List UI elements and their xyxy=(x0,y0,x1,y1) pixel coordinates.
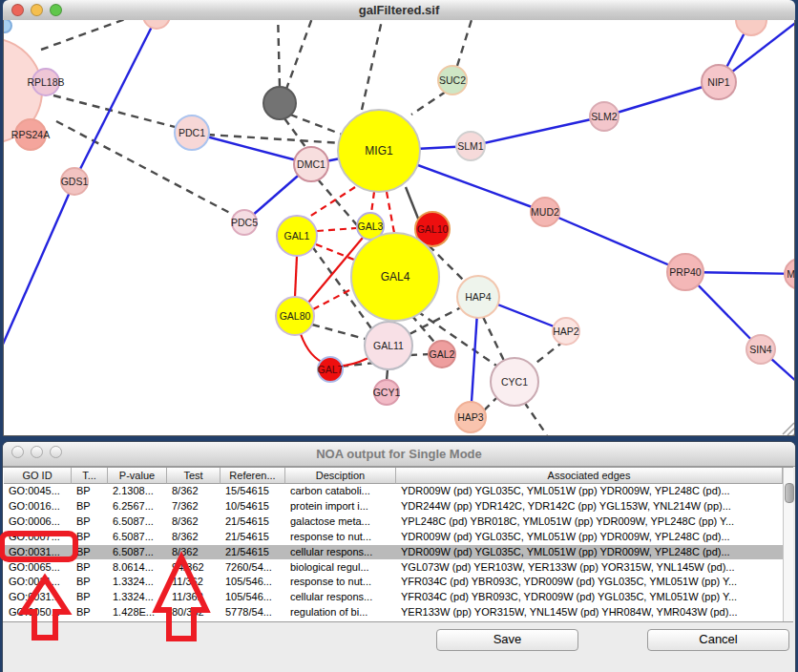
graph-node-hap3[interactable]: HAP3 xyxy=(455,402,486,432)
graph-node-hap2[interactable]: HAP2 xyxy=(553,318,579,345)
table-cell: regulation of bi... xyxy=(285,605,395,620)
graph-node-hap4[interactable]: HAP4 xyxy=(457,276,499,318)
graph-edge xyxy=(471,116,604,146)
graph-node-gal80[interactable]: GAL80 xyxy=(276,297,314,335)
graph-edge xyxy=(284,118,308,151)
table-cell: 10/54615 xyxy=(220,499,284,514)
column-header-t[interactable]: T... xyxy=(72,468,108,484)
graph-node-dmc1[interactable]: DMC1 xyxy=(294,147,328,181)
table-row[interactable]: GO:0045...BP2.1308...8/36215/54615carbon… xyxy=(3,484,783,499)
cancel-button[interactable]: Cancel xyxy=(647,629,789,651)
graph-node-gal11[interactable]: GAL11 xyxy=(365,322,412,369)
table-cell: GO:0031... xyxy=(4,590,71,605)
graph-node-msl1[interactable]: MSL1 xyxy=(785,259,794,289)
graph-node-gcy1[interactable]: GCY1 xyxy=(373,380,401,405)
table-cell: 8/362 xyxy=(167,514,220,530)
table-cell: 80/362 xyxy=(167,605,220,620)
column-header-test[interactable]: Test xyxy=(167,468,220,484)
graph-edge xyxy=(74,20,157,180)
noa-window-titlebar[interactable]: NOA output for Single Mode xyxy=(3,442,795,467)
table-cell: 8/362 xyxy=(167,484,220,499)
column-header-go-id[interactable]: GO ID xyxy=(4,468,72,484)
column-header-p-value[interactable]: P-value xyxy=(108,468,167,484)
graph-node-nip1[interactable]: NIP1 xyxy=(702,65,736,99)
graph-node-prp40[interactable]: PRP40 xyxy=(667,254,704,290)
vertical-scrollbar[interactable] xyxy=(783,468,793,621)
graph-node-gal1[interactable]: GAL1 xyxy=(277,216,317,256)
svg-text:GAL11: GAL11 xyxy=(373,340,404,351)
graph-node[interactable] xyxy=(263,87,296,119)
graph-edge xyxy=(371,192,374,213)
table-row[interactable]: GO:0031...BP1.3324...11/362105/546...cel… xyxy=(3,590,783,605)
table-row[interactable]: GO:0016...BP6.2567...7/36210/54615protei… xyxy=(3,499,783,514)
table-cell: biological regul... xyxy=(285,560,395,576)
graph-edge xyxy=(316,244,354,260)
graph-edge xyxy=(317,228,356,231)
table-cell: GO:0045... xyxy=(4,484,71,499)
table-cell: protein import i... xyxy=(285,499,395,514)
graph-node-mig1[interactable]: MIG1 xyxy=(338,110,420,192)
graph-node-sin4[interactable]: SIN4 xyxy=(746,335,775,364)
table-cell: 105/546... xyxy=(220,575,284,590)
graph-edge xyxy=(411,92,446,115)
table-cell: response to nut... xyxy=(285,530,395,545)
table-cell: 21/54615 xyxy=(220,514,284,530)
graph-node-gal4[interactable]: GAL4 xyxy=(351,233,439,321)
table-row[interactable]: GO:0031...BP1.3324...11/362105/546...res… xyxy=(3,575,783,590)
graph-edge xyxy=(457,20,475,66)
svg-text:SLM1: SLM1 xyxy=(457,140,484,152)
svg-text:GAL4: GAL4 xyxy=(381,270,410,284)
table-cell: YGL073W (pd) YER103W, YER133W (pp) YOR31… xyxy=(396,560,782,576)
table-cell: GO:0007... xyxy=(4,530,71,545)
column-header-associated-edges[interactable]: Associated edges xyxy=(396,468,783,484)
column-header-referen[interactable]: Referen... xyxy=(220,468,285,484)
svg-text:MSL1: MSL1 xyxy=(787,268,794,280)
table-row[interactable]: GO:0006...BP6.5087...8/36221/54615galact… xyxy=(3,514,783,530)
graph-node-pdc5[interactable]: PDC5 xyxy=(231,210,258,235)
graph-node-slm2[interactable]: SLM2 xyxy=(590,102,619,131)
column-header-desciption[interactable]: Desciption xyxy=(285,468,396,484)
svg-text:SIN4: SIN4 xyxy=(749,344,772,355)
graph-node[interactable] xyxy=(143,20,170,29)
table-cell: BP xyxy=(72,575,107,590)
svg-text:SUC2: SUC2 xyxy=(439,74,466,86)
table-cell: YDR009W (pd) YGL035C, YML051W (pp) YDR00… xyxy=(396,530,782,545)
table-cell: BP xyxy=(72,530,107,545)
graph-node-suc2[interactable]: SUC2 xyxy=(438,66,467,94)
resize-grip[interactable] xyxy=(783,423,794,435)
graph-node-gal7[interactable]: GAL7 xyxy=(318,357,344,382)
table-cell: BP xyxy=(72,514,107,530)
table-cell: 7/362 xyxy=(167,499,220,514)
table-cell: BP xyxy=(72,560,107,576)
table-cell: BP xyxy=(72,484,107,499)
table-cell: 11/362 xyxy=(167,590,220,605)
graph-node-mud2[interactable]: MUD2 xyxy=(531,198,559,226)
graph-window-titlebar[interactable]: galFiltered.sif xyxy=(3,0,795,21)
graph-node-gds1[interactable]: GDS1 xyxy=(61,168,89,195)
svg-text:SLM2: SLM2 xyxy=(591,111,618,122)
table-cell: 11/362 xyxy=(167,575,220,590)
table-row[interactable]: GO:0031...BP6.5087...8/36221/54615cellul… xyxy=(3,545,783,560)
graph-node-cyc1[interactable]: CYC1 xyxy=(491,358,538,406)
table-cell: 8/362 xyxy=(167,530,220,545)
svg-text:DMC1: DMC1 xyxy=(297,158,326,170)
table-row[interactable]: GO:0065...BP8.0614...94/3627260/54...bio… xyxy=(3,560,783,576)
graph-node[interactable] xyxy=(736,20,766,35)
table-cell: YDR009W (pd) YGL035C, YML051W (pp) YDR00… xyxy=(396,484,782,499)
table-cell: galactose meta... xyxy=(285,514,395,530)
table-cell: carbon cataboli... xyxy=(285,484,395,499)
table-row[interactable]: GO:0007...BP6.5087...8/36221/54615respon… xyxy=(3,530,783,545)
table-row[interactable]: GO:0050...BP1.428E...80/3625778/54...reg… xyxy=(3,605,783,620)
scrollbar-thumb[interactable] xyxy=(785,483,794,503)
graph-node-pdc1[interactable]: PDC1 xyxy=(175,116,209,150)
table-cell: 1.3324... xyxy=(108,575,166,590)
network-canvas[interactable]: RPL18BRPS24AGDS1PDC1MIG1DMC1SUC2SLM1SLM2… xyxy=(3,20,795,436)
graph-node[interactable] xyxy=(4,20,11,32)
table-cell: cellular respons... xyxy=(285,545,395,560)
graph-node-slm1[interactable]: SLM1 xyxy=(456,132,485,160)
table-cell: YDR244W (pp) YDR142C, YDR142C (pp) YGL15… xyxy=(396,499,782,514)
table-cell: YER133W (pp) YOR315W, YNL145W (pd) YHR08… xyxy=(396,605,782,620)
graph-node-gal2[interactable]: GAL2 xyxy=(429,341,455,368)
save-button[interactable]: Save xyxy=(436,629,578,651)
graph-edge xyxy=(4,181,74,348)
